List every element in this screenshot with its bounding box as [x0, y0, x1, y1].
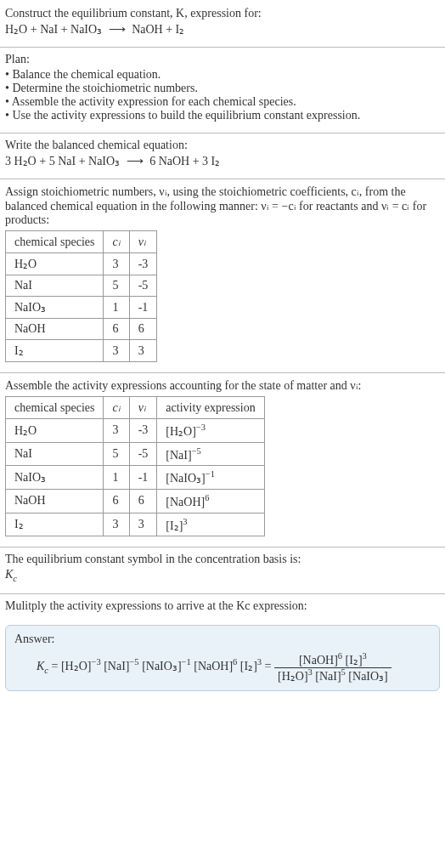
- coef: 5: [49, 155, 55, 167]
- table-row: NaI 5 -5: [6, 275, 157, 297]
- cell-c: 6: [104, 319, 129, 340]
- cell-v: -3: [129, 253, 157, 275]
- cell-c: 3: [104, 340, 129, 362]
- table-row: H₂O 3 -3 [H₂O]−3: [6, 419, 265, 443]
- coef: 3: [202, 155, 208, 167]
- cell-expr: [H₂O]−3: [157, 419, 264, 443]
- table-row: NaOH 6 6 [NaOH]6: [6, 489, 265, 513]
- k-sub: c: [13, 574, 17, 583]
- cell-v: -3: [129, 419, 157, 443]
- cell-species: NaOH: [6, 319, 104, 340]
- species: H₂O: [5, 23, 27, 36]
- col-ci: cᵢ: [104, 231, 129, 253]
- col-species: chemical species: [6, 231, 104, 253]
- product-term: [I₂]3: [240, 660, 262, 672]
- cell-v: -5: [129, 275, 157, 297]
- cell-c: 1: [104, 466, 129, 490]
- plan-section: Plan: Balance the chemical equation. Det…: [0, 49, 445, 131]
- cell-expr: [NaOH]6: [157, 489, 264, 513]
- table-row: NaIO₃ 1 -1: [6, 297, 157, 319]
- equals: =: [265, 660, 274, 672]
- cell-species: H₂O: [6, 253, 104, 275]
- ksymbol-section: The equilibrium constant symbol in the c…: [0, 549, 445, 592]
- species: NaI: [40, 23, 58, 36]
- product-term: [NaIO₃]−1: [142, 660, 191, 672]
- cell-species: I₂: [6, 340, 104, 362]
- product-term: [NaI]−5: [104, 660, 138, 672]
- answer-title: Answer:: [14, 633, 431, 646]
- species: NaOH: [132, 23, 163, 36]
- col-vi: νᵢ: [129, 397, 157, 419]
- species: I₂: [211, 155, 221, 167]
- product-term: [NaOH]6: [194, 660, 237, 672]
- expr-exp: 6: [205, 493, 209, 502]
- plus: +: [193, 155, 202, 167]
- prompt-line1: Construct the equilibrium constant, K, e…: [5, 7, 440, 20]
- col-ci: cᵢ: [104, 397, 129, 419]
- cell-species: NaI: [6, 442, 104, 466]
- cell-v: 6: [129, 319, 157, 340]
- kc-symbol: Kc: [37, 660, 48, 672]
- expr-base: [NaIO₃]: [166, 472, 205, 485]
- stoich-intro: Assign stoichiometric numbers, νᵢ, using…: [5, 184, 440, 227]
- table-row: NaOH 6 6: [6, 319, 157, 340]
- answer-equation: Kc = [H₂O]−3 [NaI]−5 [NaIO₃]−1 [NaOH]6 […: [14, 651, 431, 684]
- page: Construct the equilibrium constant, K, e…: [0, 0, 445, 701]
- den-term: [NaI]5: [315, 670, 346, 683]
- product-term: [H₂O]−3: [61, 660, 101, 672]
- cell-species: I₂: [6, 513, 104, 536]
- plus: +: [31, 23, 40, 36]
- col-vi: νᵢ: [129, 231, 157, 253]
- divider: [0, 547, 445, 547]
- answer-box: Answer: Kc = [H₂O]−3 [NaI]−5 [NaIO₃]−1 […: [5, 625, 440, 691]
- divider: [0, 133, 445, 133]
- plan-heading: Plan:: [5, 53, 440, 66]
- species: I₂: [176, 23, 185, 36]
- cell-expr: [I₂]3: [157, 513, 264, 536]
- divider: [0, 47, 445, 48]
- activities-intro: Assemble the activity expressions accoun…: [5, 378, 440, 393]
- table-row: I₂ 3 3 [I₂]3: [6, 513, 265, 536]
- cell-v: 6: [129, 489, 157, 513]
- reaction-arrow-icon: ⟶: [105, 22, 129, 37]
- table-row: H₂O 3 -3: [6, 253, 157, 275]
- table-header-row: chemical species cᵢ νᵢ activity expressi…: [6, 397, 265, 419]
- divider: [0, 372, 445, 373]
- cell-species: NaOH: [6, 489, 104, 513]
- table-header-row: chemical species cᵢ νᵢ: [6, 231, 157, 253]
- cell-c: 5: [104, 275, 129, 297]
- cell-c: 1: [104, 297, 129, 319]
- species: NaIO₃: [70, 23, 102, 36]
- multiply-section: Mulitply the activity expressions to arr…: [0, 596, 445, 621]
- cell-v: 3: [129, 340, 157, 362]
- stoich-table: chemical species cᵢ νᵢ H₂O 3 -3 NaI 5 -5…: [5, 230, 157, 362]
- cell-species: H₂O: [6, 419, 104, 443]
- expr-base: [NaI]: [166, 448, 191, 461]
- plus: +: [39, 155, 48, 167]
- plus: +: [166, 23, 175, 36]
- plan-item: Determine the stoichiometric numbers.: [5, 82, 440, 95]
- cell-v: -1: [129, 297, 157, 319]
- kc-fraction: [NaOH]6 [I₂]3 [H₂O]3 [NaI]5 [NaIO₃]: [274, 651, 391, 684]
- divider: [0, 179, 445, 179]
- activities-table: chemical species cᵢ νᵢ activity expressi…: [5, 396, 265, 536]
- den-term: [NaIO₃]: [348, 670, 387, 683]
- equals: =: [52, 660, 61, 672]
- species: NaIO₃: [88, 155, 120, 167]
- prompt-section: Construct the equilibrium constant, K, e…: [0, 3, 445, 45]
- expr-exp: −5: [192, 446, 201, 456]
- den-term: [H₂O]3: [278, 670, 313, 683]
- balanced-section: Write the balanced chemical equation: 3 …: [0, 135, 445, 177]
- table-row: I₂ 3 3: [6, 340, 157, 362]
- cell-species: NaI: [6, 275, 104, 297]
- divider: [0, 593, 445, 594]
- cell-c: 3: [104, 253, 129, 275]
- num-term: [I₂]3: [346, 654, 367, 667]
- k: K: [5, 568, 13, 581]
- kc-numerator: [NaOH]6 [I₂]3: [274, 651, 391, 668]
- cell-species: NaIO₃: [6, 466, 104, 490]
- expr-exp: −1: [206, 469, 215, 479]
- plan-item: Use the activity expressions to build th…: [5, 109, 440, 122]
- expr-exp: 3: [183, 517, 187, 526]
- species: H₂O: [14, 155, 37, 167]
